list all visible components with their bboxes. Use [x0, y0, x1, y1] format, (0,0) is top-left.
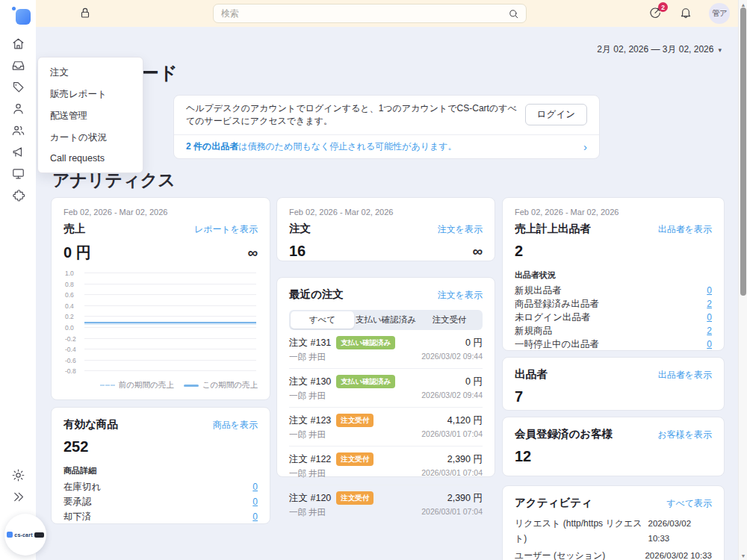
orders-date-range: Feb 02, 2026 - Mar 02, 2026 [289, 208, 483, 217]
settings-button[interactable] [7, 469, 28, 484]
tab-paid[interactable]: 支払い確認済み [354, 311, 418, 329]
order-id[interactable]: 注文 #123 [289, 414, 331, 427]
order-customer: 一郎 井田 [289, 429, 326, 441]
order-row[interactable]: 注文 #130支払い確認済み0 円 一郎 井田2026/03/02 09:44 [289, 369, 483, 408]
sidebar-item-storefront[interactable] [7, 167, 28, 182]
helpdesk-login-button[interactable]: ログイン [525, 104, 587, 125]
sales-series-glow [84, 323, 256, 325]
recent-orders-view-link[interactable]: 注文を表示 [438, 289, 483, 302]
recent-orders-tabs: すべて 支払い確認済み 注文受付 [289, 310, 483, 330]
legend-dashed-line-icon [100, 385, 115, 386]
order-date: 2026/03/01 07:04 [421, 429, 483, 441]
order-row[interactable]: 注文 #122注文受付2,390 円 一郎 井田2026/03/01 07:04 [289, 447, 483, 485]
date-range-selector[interactable]: 2月 02, 2026 — 3月 02, 2026 ▾ [597, 43, 722, 56]
vendor-sales-date-range: Feb 02, 2026 - Mar 02, 2026 [515, 208, 712, 217]
vendors-value: 7 [515, 388, 523, 405]
tab-all[interactable]: すべて [291, 311, 354, 329]
logo-dot-icon [12, 7, 16, 10]
topbar: 2 管ア [36, 0, 738, 27]
sidebar-item-products[interactable] [7, 81, 28, 96]
order-row[interactable]: 注文 #123注文受付4,120 円 一郎 井田2026/03/01 07:04 [289, 408, 483, 447]
stat-value-link[interactable]: 0 [707, 284, 712, 297]
main-content: 2月 02, 2026 — 3月 02, 2026 ▾ ダッシュボード 注文 販… [36, 27, 738, 560]
ytick: 0.2 [65, 313, 74, 320]
order-row[interactable]: 注文 #120注文受付2,390 円 一郎 井田2026/03/01 07:04 [289, 485, 483, 523]
user-avatar[interactable]: 管ア [709, 3, 730, 24]
menu-item-orders[interactable]: 注文 [38, 62, 143, 84]
notifications-button[interactable] [678, 6, 693, 21]
megaphone-icon [11, 145, 25, 161]
order-id[interactable]: 注文 #130 [289, 376, 331, 388]
order-total: 2,390 円 [447, 453, 483, 466]
sidebar-item-dashboard[interactable] [7, 37, 28, 52]
menu-item-sales-reports[interactable]: 販売レポート [38, 84, 143, 105]
storefront-lock-button[interactable] [78, 6, 93, 21]
order-date: 2026/03/01 07:04 [421, 507, 483, 518]
order-customer: 一郎 井田 [289, 507, 326, 518]
sales-date-range: Feb 02, 2026 - Mar 02, 2026 [63, 208, 258, 217]
vendors-view-link[interactable]: 出品者を表示 [658, 369, 712, 382]
menu-item-shipments[interactable]: 配送管理 [38, 105, 143, 127]
search-icon[interactable] [508, 8, 526, 19]
stat-label: 却下済 [63, 509, 92, 524]
activity-label: ユーザー (セッション) [515, 548, 605, 560]
expand-sidebar-button[interactable] [7, 491, 28, 505]
helpdesk-notice-text: ヘルプデスクのアカウントでログインすると、1つのアカウントでCS-Cartのすべ… [186, 102, 525, 128]
vendor-warning-row[interactable]: 2 件の出品者 は債務のため間もなく停止される可能性があります。 › [174, 134, 599, 158]
stat-value-link[interactable]: 0 [252, 509, 258, 524]
cs-cart-help-badge[interactable]: cs-cart [4, 514, 46, 556]
stat-value-link[interactable]: 2 [707, 324, 712, 337]
customers-view-link[interactable]: お客様を表示 [657, 429, 712, 441]
order-id[interactable]: 注文 #131 [289, 337, 331, 349]
activity-card: アクティビティ すべて表示 リクエスト (http/https リクエスト)20… [502, 485, 725, 560]
vendor-sales-title: 売上計上出品者 [515, 222, 591, 236]
scrollbar-down-arrow[interactable]: ▼ [739, 552, 747, 559]
menu-item-abandoned-carts[interactable]: カートの状況 [38, 127, 143, 149]
cs-cart-logo[interactable] [12, 5, 31, 25]
order-row[interactable]: 注文 #131支払い確認済み0 円 一郎 井田2026/03/02 09:44 [289, 330, 483, 369]
ytick: 0.6 [65, 291, 74, 299]
chevron-right-icon[interactable]: › [583, 141, 587, 152]
sidebar-item-addons[interactable] [7, 189, 28, 204]
order-id[interactable]: 注文 #120 [289, 492, 331, 505]
scrollbar-thumb[interactable] [740, 7, 746, 296]
sidebar-item-customers[interactable] [7, 102, 28, 117]
activity-title: アクティビティ [515, 496, 592, 510]
sidebar-item-orders[interactable] [7, 59, 28, 74]
chevrons-right-icon [11, 490, 25, 506]
stat-value-link[interactable]: 0 [707, 311, 712, 324]
order-date: 2026/03/02 09:44 [421, 391, 483, 402]
products-title: 有効な商品 [63, 417, 118, 432]
tab-open[interactable]: 注文受付 [418, 311, 481, 329]
orders-view-link[interactable]: 注文を表示 [438, 223, 483, 236]
stat-value-link[interactable]: 0 [252, 479, 258, 494]
activity-label: リクエスト (http/https リクエスト) [515, 516, 648, 546]
ytick: 0.8 [65, 281, 74, 288]
products-view-link[interactable]: 商品を表示 [213, 419, 258, 432]
performance-button[interactable]: 2 [648, 6, 663, 21]
search-input[interactable] [214, 8, 508, 19]
sidebar-item-vendors[interactable] [7, 124, 28, 139]
vendor-warning-link[interactable]: 2 件の出品者 [186, 140, 238, 153]
order-id[interactable]: 注文 #122 [289, 453, 331, 466]
sales-chart: 1.0 0.8 0.6 0.4 0.2 0.0 -0.2 -0.4 -0.6 -… [63, 273, 258, 391]
ytick: -0.6 [65, 357, 76, 364]
monitor-icon [11, 167, 25, 183]
alerts-count-badge: 2 [658, 2, 668, 12]
status-badge: 注文受付 [336, 452, 374, 466]
ytick: -0.4 [65, 346, 76, 353]
sidebar-item-marketing[interactable] [7, 146, 28, 161]
vendor-sales-view-link[interactable]: 出品者を表示 [658, 223, 712, 236]
stat-value-link[interactable]: 0 [707, 337, 712, 351]
sales-report-link[interactable]: レポートを表示 [194, 223, 258, 236]
stat-value-link[interactable]: 0 [252, 494, 258, 509]
status-badge: 注文受付 [336, 491, 374, 505]
legend-current-label: この期間の売上 [202, 380, 258, 391]
activity-view-all-link[interactable]: すべて表示 [666, 497, 712, 510]
stat-label: 商品登録済み出品者 [515, 297, 599, 311]
cs-cart-badge-tag [34, 532, 44, 538]
menu-item-call-requests[interactable]: Call requests [38, 149, 143, 168]
stat-label: 未ログイン出品者 [515, 311, 590, 324]
orders-title: 注文 [289, 222, 311, 236]
stat-value-link[interactable]: 2 [707, 297, 712, 311]
